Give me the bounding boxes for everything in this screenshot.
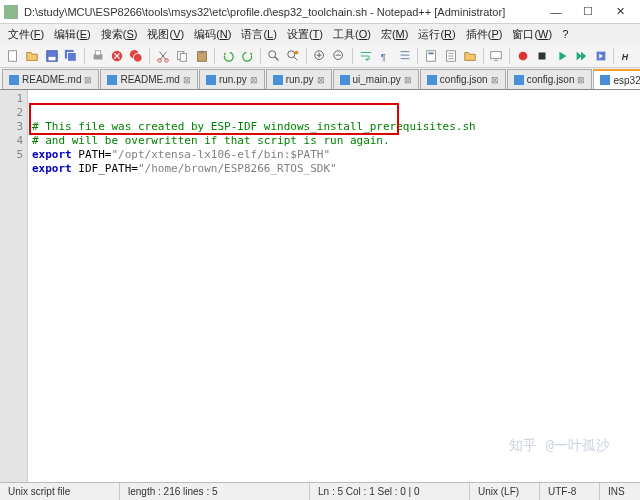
app-icon [4, 5, 18, 19]
save-macro-icon[interactable] [592, 47, 609, 65]
tab-esp32_toolchain-sh[interactable]: esp32_toolchain.sh⊠ [593, 69, 640, 89]
menu-o[interactable]: 工具(O) [329, 25, 375, 44]
svg-rect-0 [8, 50, 16, 61]
svg-rect-13 [181, 53, 187, 61]
status-enc[interactable]: UTF-8 [540, 483, 600, 500]
toolbar: ¶ H [0, 44, 640, 68]
monitor-icon[interactable] [488, 47, 505, 65]
menu-n[interactable]: 编码(N) [190, 25, 235, 44]
menu-v[interactable]: 视图(V) [143, 25, 188, 44]
replace-icon[interactable] [285, 47, 302, 65]
zoom-in-icon[interactable] [311, 47, 328, 65]
copy-icon[interactable] [174, 47, 191, 65]
svg-rect-4 [68, 52, 77, 61]
redo-icon[interactable] [239, 47, 256, 65]
svg-text:H: H [622, 51, 629, 61]
tabbar: README.md⊠README.md⊠run.py⊠run.py⊠ui_mai… [0, 68, 640, 90]
line-gutter: 12345 [0, 90, 28, 482]
svg-point-18 [295, 50, 299, 54]
close-icon[interactable]: ⊠ [250, 75, 258, 85]
undo-icon[interactable] [219, 47, 236, 65]
menu-r[interactable]: 运行(R) [414, 25, 459, 44]
status-pos: Ln : 5 Col : 1 Sel : 0 | 0 [310, 483, 470, 500]
status-ovr[interactable]: INS [600, 483, 640, 500]
tab-run-py[interactable]: run.py⊠ [266, 69, 332, 89]
window-title: D:\study\MCU\ESP8266\tools\msys32\etc\pr… [24, 6, 540, 18]
status-filetype: Unix script file [0, 483, 120, 500]
svg-point-26 [518, 51, 527, 60]
stop-macro-icon[interactable] [534, 47, 551, 65]
tab-README-md[interactable]: README.md⊠ [2, 69, 99, 89]
tab-config-json[interactable]: config.json⊠ [420, 69, 506, 89]
svg-point-9 [134, 53, 143, 62]
close-file-icon[interactable] [108, 47, 125, 65]
menu-help[interactable]: ? [558, 26, 572, 42]
menu-f[interactable]: 文件(F) [4, 25, 48, 44]
close-button[interactable]: ✕ [604, 2, 636, 22]
menubar: 文件(F)编辑(E)搜索(S)视图(V)编码(N)语言(L)设置(T)工具(O)… [0, 24, 640, 44]
close-icon[interactable]: ⊠ [491, 75, 499, 85]
cut-icon[interactable] [154, 47, 171, 65]
menu-s[interactable]: 搜索(S) [97, 25, 142, 44]
status-eol[interactable]: Unix (LF) [470, 483, 540, 500]
svg-text:¶: ¶ [381, 50, 386, 61]
zoom-out-icon[interactable] [331, 47, 348, 65]
watermark: 知乎 @一叶孤沙 [509, 438, 610, 452]
svg-rect-23 [428, 52, 433, 54]
show-all-chars-icon[interactable]: ¶ [377, 47, 394, 65]
save-all-icon[interactable] [62, 47, 79, 65]
menu-p[interactable]: 插件(P) [462, 25, 507, 44]
new-file-icon[interactable] [4, 47, 21, 65]
menu-l[interactable]: 语言(L) [237, 25, 280, 44]
statusbar: Unix script file length : 216 lines : 5 … [0, 482, 640, 500]
code-line: export PATH="/opt/xtensa-lx106-elf/bin:$… [32, 148, 640, 162]
minimize-button[interactable]: — [540, 2, 572, 22]
indent-guide-icon[interactable] [396, 47, 413, 65]
editor-area: 12345 # This file was created by ESP-IDF… [0, 90, 640, 482]
menu-w[interactable]: 窗口(W) [508, 25, 556, 44]
tab-ui_main-py[interactable]: ui_main.py⊠ [333, 69, 419, 89]
record-macro-icon[interactable] [514, 47, 531, 65]
svg-rect-25 [491, 51, 502, 58]
paste-icon[interactable] [193, 47, 210, 65]
play-macro-icon[interactable] [553, 47, 570, 65]
print-icon[interactable] [89, 47, 106, 65]
tab-config-json[interactable]: config.json⊠ [507, 69, 593, 89]
svg-rect-27 [539, 52, 546, 59]
find-icon[interactable] [265, 47, 282, 65]
save-icon[interactable] [43, 47, 60, 65]
menu-m[interactable]: 宏(M) [377, 25, 413, 44]
doc-map-icon[interactable] [422, 47, 439, 65]
menu-t[interactable]: 设置(T) [283, 25, 327, 44]
code-line: export IDF_PATH="/home/brown/ESP8266_RTO… [32, 162, 640, 176]
hex-icon[interactable]: H [618, 47, 635, 65]
open-file-icon[interactable] [23, 47, 40, 65]
wordwrap-icon[interactable] [357, 47, 374, 65]
titlebar: D:\study\MCU\ESP8266\tools\msys32\etc\pr… [0, 0, 640, 24]
folder-view-icon[interactable] [461, 47, 478, 65]
status-length: length : 216 lines : 5 [120, 483, 310, 500]
svg-point-16 [269, 50, 276, 57]
close-icon[interactable]: ⊠ [404, 75, 412, 85]
close-icon[interactable]: ⊠ [577, 75, 585, 85]
svg-rect-6 [95, 50, 100, 54]
menu-e[interactable]: 编辑(E) [50, 25, 95, 44]
tab-README-md[interactable]: README.md⊠ [100, 69, 197, 89]
close-icon[interactable]: ⊠ [84, 75, 92, 85]
code-line: # and will be overwritten if that script… [32, 134, 640, 148]
svg-rect-15 [200, 50, 204, 53]
svg-rect-22 [427, 50, 436, 61]
code-area[interactable]: # This file was created by ESP-IDF windo… [28, 90, 640, 482]
maximize-button[interactable]: ☐ [572, 2, 604, 22]
close-icon[interactable]: ⊠ [183, 75, 191, 85]
close-all-icon[interactable] [128, 47, 145, 65]
code-line: # This file was created by ESP-IDF windo… [32, 120, 640, 134]
close-icon[interactable]: ⊠ [317, 75, 325, 85]
svg-rect-2 [48, 56, 55, 60]
func-list-icon[interactable] [442, 47, 459, 65]
play-multi-icon[interactable] [573, 47, 590, 65]
tab-run-py[interactable]: run.py⊠ [199, 69, 265, 89]
svg-point-17 [288, 50, 295, 57]
